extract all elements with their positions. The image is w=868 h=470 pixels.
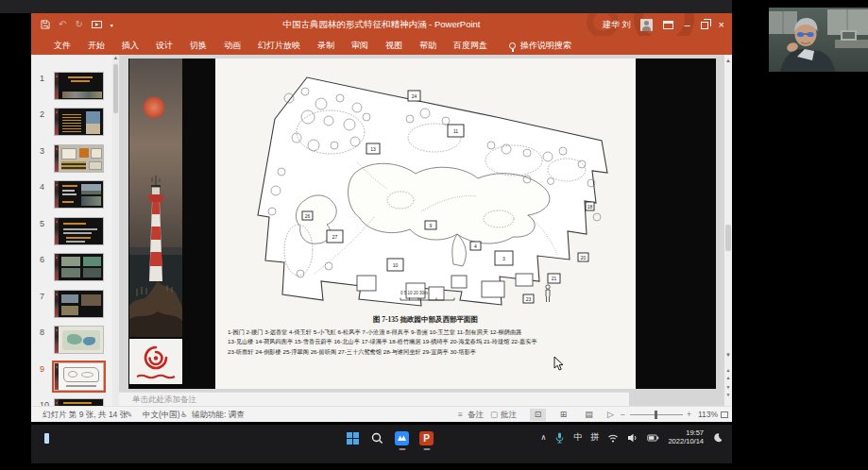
tab-review[interactable]: 审阅 — [343, 36, 377, 55]
comments-toggle[interactable]: 批注 — [501, 407, 517, 422]
normal-view-button[interactable]: ⊡ — [530, 409, 546, 421]
speaker-icon[interactable] — [627, 432, 638, 444]
user-avatar[interactable] — [640, 19, 653, 31]
svg-text:20: 20 — [581, 255, 587, 260]
tab-file[interactable]: 文件 — [45, 36, 79, 55]
slide-number: 3 — [40, 146, 44, 156]
ime-language-indicator[interactable]: 中 — [573, 431, 582, 444]
svg-text:26: 26 — [305, 213, 311, 219]
undo-icon[interactable]: ↶ — [59, 20, 66, 29]
svg-text:3: 3 — [502, 256, 505, 261]
zoom-level[interactable]: 113% — [698, 407, 718, 422]
minimize-button[interactable]: – — [684, 20, 689, 30]
wifi-icon[interactable] — [607, 433, 619, 443]
slide-5-thumbnail[interactable] — [54, 217, 104, 245]
reading-view-button[interactable]: ▤ — [581, 409, 597, 421]
current-slide-canvas[interactable]: 24 13 11 26 27 10 9 4 3 21 20 — [128, 59, 716, 389]
save-icon[interactable] — [41, 20, 50, 29]
slideshow-view-button[interactable]: ▷ — [603, 409, 619, 421]
slide-number: 2 — [40, 109, 44, 119]
tray-overflow-chevron-icon[interactable]: ∧ — [541, 433, 547, 442]
thumbnail-scrollbar[interactable]: ▲ — [112, 55, 119, 406]
lightbulb-icon — [509, 42, 516, 49]
legend-line-3: 23-听雨轩 24-倒影楼 25-浮翠阁 26-留听阁 27-三十六鸳鸯馆 28… — [228, 347, 630, 357]
taskbar-search-button[interactable] — [370, 431, 384, 445]
slide-number: 8 — [40, 327, 44, 337]
slide-scrollbar[interactable]: ▲ ▼ ▲▲ ▼▼ — [724, 55, 732, 406]
tab-design[interactable]: 设计 — [147, 36, 181, 55]
tab-baidu-netdisk[interactable]: 百度网盘 — [445, 36, 496, 55]
tab-insert[interactable]: 插入 — [113, 36, 147, 55]
slide-9-thumbnail[interactable] — [54, 362, 104, 391]
tab-home[interactable]: 开始 — [79, 36, 113, 55]
tab-record[interactable]: 录制 — [309, 36, 343, 55]
zoom-out-button[interactable]: − — [621, 407, 625, 422]
next-slide-button[interactable]: ▼▼ — [724, 383, 732, 398]
previous-slide-button[interactable]: ▲▲ — [724, 366, 732, 381]
slide-6-thumbnail[interactable] — [54, 253, 104, 281]
slide-number: 1 — [40, 74, 44, 83]
slide-2-thumbnail[interactable] — [54, 108, 104, 136]
slide-number: 6 — [40, 255, 44, 264]
scrollbar-thumb[interactable] — [725, 225, 731, 251]
tell-me-search[interactable]: 操作说明搜索 — [509, 40, 571, 52]
tencent-meeting-app-icon[interactable] — [395, 431, 409, 445]
slide-10-thumbnail[interactable] — [54, 398, 104, 406]
slide-4-thumbnail[interactable] — [54, 180, 104, 209]
svg-text:23: 23 — [526, 296, 532, 302]
svg-text:24: 24 — [412, 93, 417, 99]
tab-transitions[interactable]: 切换 — [181, 36, 215, 55]
powerpoint-window: ↶ ↻ ▾ 中国古典园林的形式特征和精神内涵 - PowerPoint 建华 刘… — [31, 13, 732, 422]
ime-mode-indicator[interactable]: 拼 — [590, 431, 599, 444]
os-top-strip — [0, 0, 732, 13]
scroll-up-icon[interactable]: ▲ — [724, 57, 732, 64]
slide-8-thumbnail[interactable] — [54, 326, 104, 354]
slide-1-thumbnail[interactable] — [54, 72, 104, 100]
thumbnail-row: 5 — [31, 217, 112, 249]
slide-3-thumbnail[interactable] — [54, 144, 104, 173]
notes-toggle[interactable]: 备注 — [468, 407, 484, 422]
notes-toggle-icon: ≡ — [458, 407, 463, 422]
ribbon-display-options-icon[interactable] — [663, 21, 673, 29]
accessibility-status[interactable]: 辅助功能: 调查 — [192, 407, 245, 422]
status-bar: 幻灯片 第 9 张, 共 14 张 ✎ 中文(中国) ♿ 辅助功能: 调查 ≡ … — [31, 406, 732, 422]
start-button[interactable] — [346, 431, 360, 445]
svg-text:10: 10 — [393, 262, 399, 268]
notes-pane[interactable]: 单击此处添加备注 — [119, 392, 629, 406]
slide-number: 4 — [40, 182, 44, 192]
figure-legend: 1-园门 2-腰门 3-远香堂 4-倚玉轩 5-小飞虹 6-松风亭 7-小沧浪 … — [228, 327, 630, 357]
svg-text:18: 18 — [587, 204, 593, 210]
microphone-icon[interactable] — [554, 432, 565, 444]
tab-help[interactable]: 帮助 — [411, 36, 445, 55]
svg-text:13: 13 — [370, 146, 376, 152]
powerpoint-app-icon[interactable]: P — [419, 431, 434, 445]
workspace: 1 2 3 — [31, 55, 732, 406]
slide-7-thumbnail[interactable] — [54, 290, 104, 318]
title-bar: ↶ ↻ ▾ 中国古典园林的形式特征和精神内涵 - PowerPoint 建华 刘… — [31, 13, 732, 36]
start-slideshow-icon[interactable] — [92, 21, 102, 29]
zoom-in-button[interactable]: + — [687, 407, 691, 422]
tray-clock[interactable]: 19:57 2022/10/14 — [668, 429, 704, 445]
battery-icon[interactable] — [647, 432, 659, 444]
language-indicator[interactable]: 中文(中国) — [143, 407, 180, 422]
windows-taskbar: P ∧ 中 拼 19:57 — [31, 425, 732, 463]
close-button[interactable]: × — [719, 20, 724, 30]
signed-in-user: 建华 刘 — [603, 19, 631, 31]
restore-button[interactable] — [701, 22, 708, 29]
accessibility-icon: ♿ — [180, 407, 188, 422]
focus-assist-moon-icon[interactable] — [712, 432, 723, 443]
redo-icon[interactable]: ↻ — [75, 20, 82, 29]
slide-sorter-view-button[interactable]: ⊞ — [555, 409, 571, 421]
scroll-down-icon[interactable]: ▼ — [724, 351, 732, 359]
fit-to-window-button[interactable] — [721, 411, 728, 418]
qat-customize-icon[interactable]: ▾ — [111, 22, 113, 28]
thumbnail-row: 8 — [31, 326, 112, 358]
zoom-slider-thumb[interactable] — [655, 411, 657, 419]
tray-date: 2022/10/14 — [668, 437, 704, 445]
slide-number: 7 — [40, 292, 44, 301]
tab-view[interactable]: 视图 — [377, 36, 411, 55]
thumbnail-row: 10 — [31, 398, 112, 406]
spelling-icon[interactable]: ✎ — [126, 407, 132, 422]
tab-slideshow[interactable]: 幻灯片放映 — [249, 36, 309, 55]
tab-animations[interactable]: 动画 — [215, 36, 249, 55]
